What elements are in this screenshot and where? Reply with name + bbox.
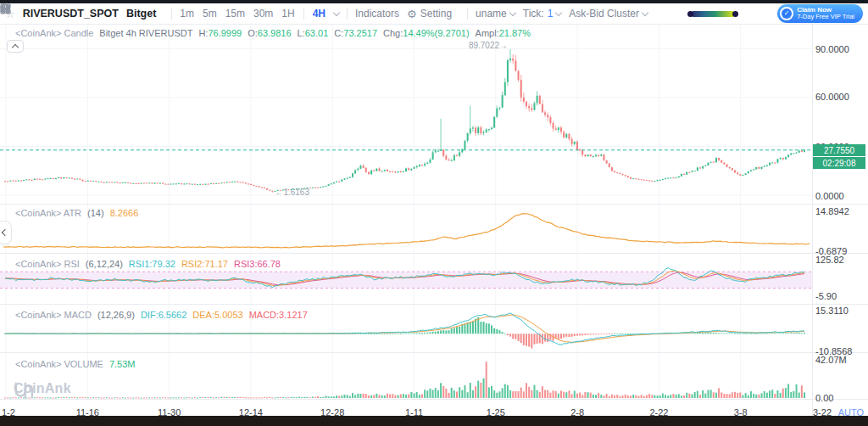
vip-badge-icon: ✓: [780, 7, 793, 20]
candle-legend-part: Chg:: [383, 28, 403, 38]
candle-legend-part: 63.01: [305, 28, 329, 38]
gradient-end-dot: [732, 11, 738, 17]
timeframe-5m[interactable]: 5m: [203, 8, 217, 20]
claim-vip-button[interactable]: ✓ Claim Now 7-Day Free VIP Trial: [777, 4, 863, 23]
rsi-legend-part: <CoinAnk> RSI: [15, 259, 80, 269]
tick-selector[interactable]: Tick: 1: [523, 8, 562, 20]
timeframe-selector: 1m5m15m30m1H4H: [180, 8, 339, 20]
toolbar-divider: [303, 8, 304, 20]
rsi-legend-part: RSI1:79.32: [129, 259, 175, 269]
candle-legend-part: 21.87%: [499, 28, 531, 38]
macd-legend-part: DEA:5.0053: [192, 310, 242, 320]
price-axis-label: 90.0000: [815, 44, 849, 54]
rsi-legend: <CoinAnk> RSI(6,12,24)RSI1:79.32RSI2:71.…: [15, 259, 287, 269]
rsi-axis-label: -5.90: [815, 291, 837, 301]
candle-bodies: [4, 59, 805, 192]
time-axis-label: 3-22: [813, 407, 832, 418]
macd-legend-part: DIF:6.5662: [141, 310, 186, 320]
rsi-legend-part: RSI2:71.17: [181, 259, 228, 269]
candle-legend-part: 63.9816: [258, 28, 292, 38]
volume-axis-label: 42.07M: [815, 355, 847, 365]
macd-legend: <CoinAnk> MACD(12,26,9)DIF:6.5662DEA:5.0…: [15, 310, 314, 320]
toolbar-divider: [467, 8, 468, 20]
timeframe-15m[interactable]: 15m: [225, 8, 245, 20]
price-axis-label: 60.0000: [815, 92, 849, 102]
indicators-button[interactable]: Indicators: [355, 8, 399, 20]
timeframe-1H[interactable]: 1H: [281, 8, 294, 20]
atr-legend-part: <CoinAnk> ATR: [15, 208, 81, 218]
time-axis-label: 1-2: [2, 407, 15, 418]
candle-wicks: [5, 49, 804, 193]
rsi-axis-label: 125.82: [815, 255, 844, 265]
volume-legend-part: 7.53M: [109, 359, 136, 369]
last-price-tag: 27.7550 02:29:08: [813, 144, 865, 170]
price-axis-label: 0.0000: [815, 191, 844, 201]
candle-legend-part: O:: [248, 28, 258, 38]
chevron-down-icon: [509, 8, 516, 15]
session-high-annotation: 89.7022→: [469, 41, 508, 50]
rsi-legend-part: (6,12,24): [86, 259, 123, 269]
candle-legend-part: C:: [334, 28, 343, 38]
coinank-watermark: CoinAnk: [14, 381, 71, 396]
time-axis-label: 2-22: [649, 407, 668, 418]
setting-button[interactable]: ⚙ Setting: [407, 8, 452, 20]
atr-line: [3, 214, 810, 248]
time-axis-label: 12-14: [239, 407, 263, 418]
candle-legend-part: 76.9999: [208, 28, 242, 38]
candle-legend: <CoinAnk> CandleBitget 4h RIVERUSDTH:76.…: [15, 28, 537, 38]
chart-area: 89.7022→←1.6163 <CoinAnk> CandleBitget 4…: [0, 25, 868, 416]
atr-legend-part: 8.2666: [110, 208, 139, 218]
candle-legend-part: Ampl:: [476, 28, 499, 38]
last-price-value: 27.7550: [813, 144, 865, 156]
chevron-down-icon: [642, 8, 648, 15]
gradient-start-dot: [687, 11, 693, 17]
toolbar-divider: [171, 8, 172, 20]
candle-countdown: 02:29:08: [813, 157, 865, 169]
uname-dropdown[interactable]: uname: [476, 8, 515, 20]
time-axis-label: 12-28: [320, 407, 344, 418]
symbol-label[interactable]: RIVERUSDT_SPOT: [23, 8, 119, 20]
candle-legend-part: 73.2517: [343, 28, 377, 38]
auto-scale-button[interactable]: AUTO: [838, 407, 864, 418]
atr-legend-part: (14): [87, 208, 104, 218]
timeframe-30m[interactable]: 30m: [253, 8, 273, 20]
time-axis-label: 3-8: [734, 407, 748, 418]
gear-icon: ⚙: [407, 8, 417, 20]
askbid-cluster-dropdown[interactable]: Ask-Bid Cluster: [569, 8, 648, 20]
macd-legend-part: <CoinAnk> MACD: [15, 310, 92, 320]
sidebar-collapse-handle[interactable]: [0, 221, 12, 244]
time-axis-label: 1-25: [487, 407, 505, 418]
collapse-legend-button[interactable]: [7, 40, 24, 53]
volume-legend-part: <CoinAnk> VOLUME: [15, 359, 103, 369]
trading-app-window: ☆ RIVERUSDT_SPOT Bitget 1m5m15m30m1H4H I…: [0, 0, 868, 426]
coinank-logo-icon: [14, 381, 34, 400]
time-axis-label: 11-16: [76, 407, 99, 418]
candle-legend-part: 14.49%(9.2701): [403, 28, 469, 38]
volume-legend: <CoinAnk> VOLUME7.53M: [15, 359, 142, 369]
timeframe-1m[interactable]: 1m: [180, 8, 194, 20]
exchange-label[interactable]: Bitget: [126, 8, 156, 20]
heatmap-gradient-scale: [687, 11, 738, 17]
time-axis-label: 11-30: [158, 407, 181, 418]
candle-legend-part: H:: [198, 28, 208, 38]
chart-canvas[interactable]: 89.7022→←1.6163: [0, 25, 868, 416]
atr-legend: <CoinAnk> ATR(14)8.2666: [15, 208, 144, 218]
time-axis-label: 1-11: [405, 407, 423, 418]
gradient-bar: [691, 11, 735, 17]
time-axis-label: 2-8: [570, 407, 584, 418]
macd-axis-label: 15.3110: [815, 305, 849, 316]
askbid-icon: [0, 3, 10, 14]
macd-legend-part: (12,26,9): [97, 310, 135, 320]
chevron-down-icon: [333, 8, 340, 15]
timeframe-4H[interactable]: 4H: [313, 8, 326, 20]
candle-legend-part: L:: [298, 28, 305, 38]
chevron-down-icon: [555, 8, 562, 15]
candle-legend-part: <CoinAnk> Candle: [15, 28, 93, 38]
session-low-annotation: ←1.6163: [275, 188, 309, 197]
chart-toolbar: ☆ RIVERUSDT_SPOT Bitget 1m5m15m30m1H4H I…: [0, 3, 868, 25]
toolbar-divider: [347, 8, 348, 20]
volume-axis-label: 0.00: [815, 393, 833, 403]
panel-separators: [0, 25, 868, 416]
rsi-legend-part: RSI3:66.78: [234, 259, 281, 269]
price-annotations: 89.7022→←1.6163: [275, 41, 508, 197]
